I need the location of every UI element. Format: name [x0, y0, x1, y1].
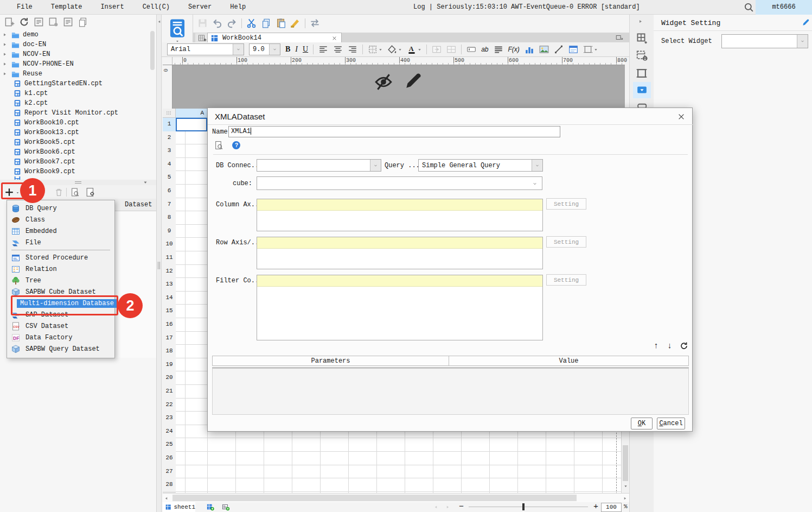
add-grid-sheet-icon[interactable] [206, 503, 215, 511]
align-center-button[interactable] [333, 45, 343, 54]
page-next-icon[interactable] [446, 505, 450, 509]
menu-file[interactable]: File [8, 0, 42, 15]
row-header-15[interactable]: 15 [163, 305, 176, 319]
cell-element-icon[interactable] [636, 67, 648, 79]
expand-icon[interactable] [3, 33, 7, 37]
select-all-corner[interactable] [163, 109, 176, 118]
parameter-pane[interactable] [172, 65, 625, 109]
add-report-sheet-icon[interactable] [221, 503, 231, 511]
zoom-out-button[interactable]: − [459, 502, 464, 512]
value-column-header[interactable]: Value [449, 356, 689, 366]
row-header-8[interactable]: 8 [163, 211, 176, 225]
formula-button[interactable]: F(x) [508, 46, 520, 53]
underline-button[interactable]: U [303, 45, 308, 54]
select-widget-dropdown[interactable] [721, 34, 808, 48]
tree-folder[interactable]: NCOV-PHONE-EN [0, 59, 148, 69]
scroll-down-icon[interactable] [623, 484, 628, 488]
row-header-22[interactable]: 22 [163, 399, 176, 413]
row-header-12[interactable]: 12 [163, 265, 176, 279]
tab-close-icon[interactable] [332, 36, 337, 41]
row-header-25[interactable]: 25 [163, 438, 176, 452]
menu-insert[interactable]: Insert [91, 0, 133, 15]
parameters-column-header[interactable]: Parameters [212, 356, 449, 366]
eye-slash-icon[interactable] [374, 73, 393, 91]
font-color-button[interactable]: A [407, 45, 421, 54]
ok-button[interactable]: OK [631, 418, 653, 429]
menu-server[interactable]: Server [179, 0, 221, 15]
menu-template[interactable]: Template [42, 0, 92, 15]
query-type-dropdown[interactable]: Simple General Query [418, 159, 543, 172]
row-header-2[interactable]: 2 [163, 131, 176, 146]
column-axis-list[interactable] [257, 199, 543, 231]
row-header-26[interactable]: 26 [163, 452, 176, 466]
bold-button[interactable]: B [285, 45, 290, 54]
redo-icon[interactable] [227, 18, 237, 28]
expand-icon[interactable] [3, 42, 7, 47]
new-report-icon[interactable] [4, 17, 15, 27]
help-icon[interactable]: ? [232, 141, 241, 150]
dataset-menu-embedded[interactable]: Embedded [7, 225, 114, 237]
tree-folder[interactable]: NCOV-EN [0, 49, 148, 59]
tree-file[interactable]: WorkBook6.cpt [0, 147, 148, 157]
preview-dataset-icon[interactable] [71, 187, 80, 197]
tree-file[interactable]: WorkBook10.cpt [0, 118, 148, 128]
tree-folder[interactable]: Reuse [0, 69, 148, 79]
row-header-21[interactable]: 21 [163, 385, 176, 399]
align-right-button[interactable] [348, 45, 357, 54]
edit-widget-icon[interactable] [802, 18, 810, 27]
filter-condition-list[interactable] [257, 275, 543, 340]
delete-icon[interactable] [63, 17, 73, 27]
tree-scrollbar[interactable] [150, 31, 155, 70]
scroll-right-icon[interactable] [623, 496, 627, 501]
font-size-select[interactable]: 9.0 [249, 43, 280, 55]
copy-icon[interactable] [78, 17, 88, 27]
undo-icon[interactable] [212, 18, 222, 28]
row-header-23[interactable]: 23 [163, 412, 176, 426]
config-dataset-icon[interactable] [86, 187, 95, 197]
row-header-4[interactable]: 4 [163, 158, 176, 172]
row-header-13[interactable]: 13 [163, 278, 176, 292]
horizontal-scrollbar[interactable] [163, 493, 629, 502]
menu-help[interactable]: Help [221, 0, 255, 15]
tree-file[interactable]: WorkBook7.cpt [0, 157, 148, 167]
tab-sheet1[interactable]: sheet1 [163, 502, 195, 512]
tree-folder[interactable]: doc-EN [0, 40, 148, 49]
refresh-icon[interactable] [19, 17, 29, 27]
pencil-icon[interactable] [404, 71, 422, 92]
dialog-close-icon[interactable] [677, 113, 685, 121]
collapse-panel-icon[interactable] [142, 180, 149, 185]
move-down-icon[interactable]: ↓ [667, 342, 672, 351]
db-connection-dropdown[interactable] [257, 159, 381, 172]
dataset-menu-db-query[interactable]: DB Query [7, 203, 114, 214]
copy-doc-icon[interactable] [261, 18, 271, 28]
row-header-14[interactable]: 14 [163, 292, 176, 306]
row-headers[interactable]: 1234567891011121314151617181920212223242… [163, 118, 176, 494]
column-header-a[interactable]: A [176, 109, 207, 118]
tree-file[interactable]: WorkBook5.cpt [0, 137, 148, 147]
text-field-button[interactable] [466, 45, 476, 54]
dataset-menu-tree[interactable]: Tree [7, 275, 114, 286]
row-header-28[interactable]: 28 [163, 478, 176, 492]
row-header-11[interactable]: 11 [163, 251, 176, 266]
collapse-left-icon[interactable] [157, 19, 161, 24]
paragraph-button[interactable] [494, 45, 503, 54]
filter-setting-button[interactable]: Setting [546, 274, 586, 286]
active-cell-a1[interactable] [176, 118, 207, 131]
dataset-menu-data-factory[interactable]: DFData Factory [7, 332, 114, 343]
parameters-table-body[interactable] [212, 369, 689, 415]
refresh-parameters-icon[interactable] [680, 342, 688, 350]
row-header-5[interactable]: 5 [163, 171, 176, 185]
zoom-slider-thumb[interactable] [522, 503, 525, 510]
dataset-menu-class[interactable]: Class [7, 214, 114, 225]
row-header-20[interactable]: 20 [163, 371, 176, 385]
text-button[interactable]: ab [481, 46, 488, 53]
zoom-in-button[interactable]: + [593, 502, 598, 512]
cancel-button[interactable]: Cancel [657, 418, 685, 429]
row-header-17[interactable]: 17 [163, 332, 176, 346]
expand-icon[interactable] [3, 52, 7, 56]
tree-file[interactable]: Report Visit Monitor.cpt [0, 108, 148, 118]
tree-folder[interactable]: demo [0, 30, 148, 40]
dataset-menu-relation[interactable]: Relation [7, 263, 114, 275]
row-header-16[interactable]: 16 [163, 318, 176, 332]
template-config-icon[interactable] [48, 17, 59, 27]
